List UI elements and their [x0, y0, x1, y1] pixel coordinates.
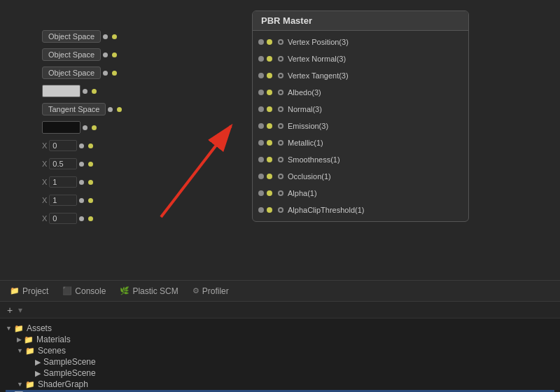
tree-label-assets: Assets: [27, 323, 52, 333]
x-label-7: X: [42, 160, 47, 168]
tree-arrow-sg: ▼: [17, 381, 23, 388]
port-out-vertex-tangent: [278, 73, 284, 78]
tab-profiler-label: Profiler: [202, 286, 229, 296]
file-tree: ▼ 📁 Assets ▶ 📁 Materials ▼ 📁 Scenes ▶ ▶ …: [0, 318, 560, 392]
port-dot-8b: [88, 180, 93, 185]
bottom-panel: 📁 Project ⬛ Console 🌿 Plastic SCM ⚙ Prof…: [0, 280, 560, 392]
x-label-10: X: [42, 214, 47, 223]
port-label-vertex-tangent: Vertex Tangent(3): [288, 71, 463, 80]
shader-graph-viewport[interactable]: Object Space Object Space Object Space T…: [0, 0, 560, 280]
add-dropdown-arrow: ▾: [18, 305, 22, 315]
add-button[interactable]: +: [4, 304, 15, 316]
tree-arrow-assets: ▼: [6, 325, 12, 332]
tab-profiler[interactable]: ⚙ Profiler: [186, 281, 236, 301]
port-row-occlusion: Occlusion(1): [253, 168, 468, 185]
tab-bar: 📁 Project ⬛ Console 🌿 Plastic SCM ⚙ Prof…: [0, 281, 560, 302]
port-in-normal: [258, 106, 264, 112]
port-in-vertex-normal-yellow: [267, 56, 272, 62]
port-dot-5: [83, 125, 88, 130]
port-row-alphaclip: AlphaClipThreshold(1): [253, 202, 468, 218]
port-in-alpha: [258, 190, 264, 196]
port-out-emission: [278, 123, 284, 129]
value-smoothness[interactable]: 0.5: [49, 158, 77, 169]
tree-item-materials[interactable]: ▶ 📁 Materials: [6, 334, 554, 345]
port-in-alphaclip-yellow: [267, 207, 272, 213]
port-row-normal: Normal(3): [253, 101, 468, 118]
tree-item-assets[interactable]: ▼ 📁 Assets: [6, 323, 554, 334]
color-swatch-emission[interactable]: [42, 121, 80, 134]
input-node-9: X 1: [42, 192, 124, 209]
port-out-occlusion: [278, 174, 284, 179]
value-alphaclip[interactable]: 0: [49, 213, 77, 224]
value-occlusion[interactable]: 1: [49, 176, 77, 188]
port-row-metallic: Metallic(1): [253, 134, 468, 151]
tab-project[interactable]: 📁 Project: [3, 281, 55, 301]
tree-item-scenes[interactable]: ▼ 📁 Scenes: [6, 345, 554, 356]
port-dot-10: [79, 216, 84, 221]
tab-console[interactable]: ⬛ Console: [55, 281, 113, 301]
tree-label-shadergraph: ShaderGraph: [38, 379, 88, 389]
file-icon-ss2: ▶: [35, 369, 41, 378]
port-label-emission: Emission(3): [288, 122, 463, 130]
tree-item-samplescene-2[interactable]: ▶ ▶ SampleScene: [6, 368, 554, 379]
input-label-1: Object Space: [42, 48, 101, 61]
node-title: PBR Master: [253, 11, 468, 31]
port-row-vertex-tangent: Vertex Tangent(3): [253, 67, 468, 84]
input-nodes-area: Object Space Object Space Object Space T…: [42, 28, 124, 228]
x-label-8: X: [42, 178, 47, 186]
folder-icon-assets: 📁: [14, 324, 24, 333]
color-swatch-albedo[interactable]: [42, 85, 80, 97]
input-node-4: Tangent Space: [42, 101, 124, 118]
port-label-vertex-normal: Vertex Normal(3): [288, 55, 463, 63]
tree-item-shadergraph[interactable]: ▼ 📁 ShaderGraph: [6, 379, 554, 390]
port-row-vertex-position: Vertex Position(3): [253, 34, 468, 50]
port-in-metallic-yellow: [267, 140, 272, 146]
project-icon: 📁: [10, 286, 20, 295]
port-label-metallic: Metallic(1): [288, 139, 463, 147]
port-label-normal: Normal(3): [288, 105, 463, 113]
x-label-6: X: [42, 141, 47, 150]
input-label-4: Tangent Space: [42, 103, 106, 115]
port-out-metallic: [278, 140, 284, 146]
port-dot-9b: [88, 198, 93, 203]
input-label-2: Object Space: [42, 66, 101, 79]
port-in-emission-yellow: [267, 123, 272, 129]
profiler-icon: ⚙: [192, 286, 200, 295]
port-row-alpha: Alpha(1): [253, 185, 468, 202]
port-out-alphaclip: [278, 207, 284, 213]
port-dot-1: [103, 52, 108, 57]
tree-label-materials: Materials: [36, 335, 71, 344]
folder-icon-scenes: 📁: [25, 346, 35, 356]
port-in-alphaclip: [258, 207, 264, 213]
value-metallic[interactable]: 0: [49, 140, 77, 151]
port-label-vertex-position: Vertex Position(3): [288, 38, 463, 46]
file-tree-toolbar: + ▾: [0, 302, 560, 318]
port-in-vertex-position: [258, 39, 264, 45]
tree-arrow-scenes: ▼: [17, 347, 23, 354]
port-in-metallic: [258, 140, 264, 146]
value-alpha[interactable]: 1: [49, 195, 77, 206]
port-in-albedo-yellow: [267, 90, 272, 95]
input-node-5: [42, 119, 124, 136]
port-dot-2b: [112, 71, 117, 76]
input-node-7: X 0.5: [42, 155, 124, 172]
tree-label-samplescene-1: SampleScene: [43, 357, 96, 367]
port-in-occlusion: [258, 174, 264, 179]
port-in-occlusion-yellow: [267, 174, 272, 179]
port-in-smoothness: [258, 157, 264, 162]
input-node-6: X 0: [42, 137, 124, 154]
port-row-emission: Emission(3): [253, 118, 468, 134]
port-out-albedo: [278, 90, 284, 95]
input-node-3: [42, 83, 124, 99]
port-label-smoothness: Smoothness(1): [288, 155, 463, 164]
input-node-2: Object Space: [42, 64, 124, 81]
tree-item-samplescene-1[interactable]: ▶ ▶ SampleScene: [6, 356, 554, 368]
tab-plastic-scm[interactable]: 🌿 Plastic SCM: [113, 281, 185, 301]
tab-console-label: Console: [75, 286, 106, 296]
port-dot-7b: [88, 162, 93, 167]
port-in-smoothness-yellow: [267, 157, 272, 162]
port-out-vertex-position: [278, 39, 284, 45]
port-dot-9: [79, 198, 84, 203]
port-row-smoothness: Smoothness(1): [253, 151, 468, 168]
folder-icon-materials: 📁: [24, 335, 34, 344]
